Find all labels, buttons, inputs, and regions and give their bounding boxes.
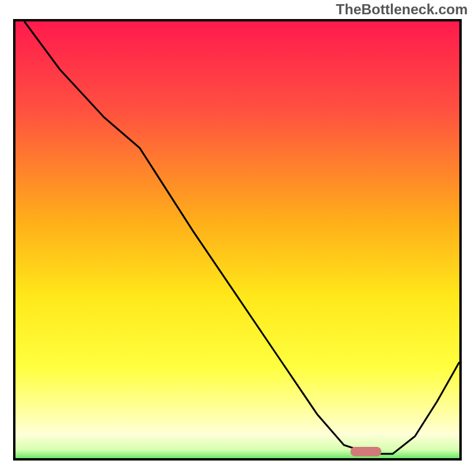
chart-container: TheBottleneck.com [0,0,476,476]
plot-frame [13,19,462,461]
curve-line [15,21,459,458]
optimal-marker [350,447,381,456]
watermark-text: TheBottleneck.com [336,1,468,18]
